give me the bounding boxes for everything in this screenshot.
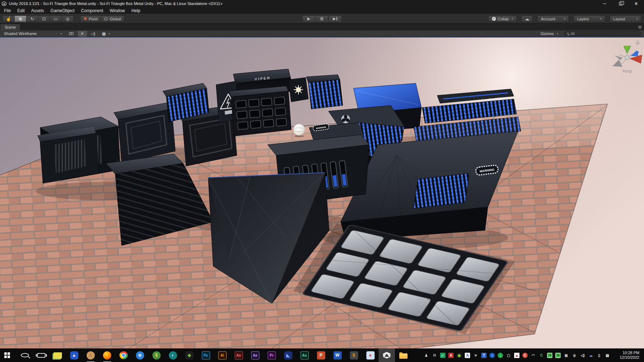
rotate-tool-button[interactable]: ↻ (26, 15, 38, 22)
gpu-temp-tray-icon[interactable]: 36 (554, 348, 562, 362)
taskbar-search-icon[interactable] (16, 348, 33, 362)
photoshop-icon[interactable]: Ps (197, 348, 214, 362)
action-center-tray-icon[interactable]: ▤ (603, 348, 611, 362)
unity-taskbar-icon[interactable] (379, 348, 395, 362)
global-toggle-button[interactable]: Global (101, 15, 125, 22)
menu-help[interactable]: Help (128, 8, 143, 13)
layout-dropdown[interactable]: Layout▾ (610, 15, 641, 22)
menu-gameobject[interactable]: GameObject (47, 8, 78, 13)
gizmo-center-cube (625, 55, 630, 60)
sticky-notes-icon[interactable] (49, 348, 66, 362)
usb-tray-icon[interactable]: ψ (570, 348, 579, 362)
file-explorer-icon[interactable] (395, 348, 411, 362)
illustrator-icon[interactable]: Ai (214, 348, 230, 362)
move-tool-button[interactable]: ⊕ (15, 15, 26, 22)
camera-mode-label[interactable]: Persp (623, 69, 632, 73)
hotspot-tray-icon[interactable]: H (430, 348, 439, 362)
search-icon (567, 33, 569, 35)
lighting-toggle-button[interactable]: ☀ (78, 31, 87, 37)
transform-tools: ☝⊕↻⊡▭◎ (3, 15, 74, 22)
cpu-temp-tray-icon[interactable]: 36 (546, 348, 554, 362)
start-button[interactable] (0, 348, 16, 362)
clock-date: 12/10/2022 (611, 355, 639, 360)
desktop-globe-icon[interactable]: ◐ (165, 348, 181, 362)
menu-component[interactable]: Component (78, 8, 106, 13)
2d-toggle-button[interactable]: 2D (66, 31, 77, 37)
windows-taskbar: ▲ ∴ ⊕ $ (0, 348, 644, 362)
after-effects-icon[interactable]: Ae (247, 348, 263, 362)
sublime-text-icon[interactable]: S (346, 348, 362, 362)
adobe-cc-tray-icon[interactable]: A (447, 348, 455, 362)
input-app-tray-icon[interactable]: A (463, 348, 472, 362)
collab-check-icon: ✓ (492, 17, 496, 21)
antivirus-tray-icon[interactable]: ✓ (439, 348, 447, 362)
scene-search-input[interactable]: All (564, 31, 641, 36)
ccleaner-tray-icon[interactable]: C (521, 348, 529, 362)
pivot-toggle-button[interactable]: Pivot (80, 15, 101, 22)
animate-icon[interactable]: An (230, 348, 247, 362)
hub-tray-icon[interactable]: ∷ (488, 348, 496, 362)
close-button[interactable]: × (628, 0, 644, 7)
blue-design-app-icon[interactable]: ◣ (280, 348, 296, 362)
play-controls: ▶ ▶ (302, 15, 342, 23)
restore-button[interactable] (613, 0, 628, 7)
onedrive-tray-icon[interactable]: ☁ (587, 348, 595, 362)
rect-tool-button[interactable]: ▭ (50, 15, 62, 22)
acrobat-tray-icon[interactable]: ▲ (513, 348, 521, 362)
taskbar-clock[interactable]: 10:28 PM 12/10/2022 (611, 351, 642, 360)
menu-file[interactable]: File (1, 8, 14, 13)
gizmos-dropdown[interactable]: Gizmos▾ (538, 31, 561, 37)
premiere-icon[interactable]: Pr (263, 348, 280, 362)
main-toolbar: ☝⊕↻⊡▭◎ Pivot Global ▶ ▶ ✓ Collab▾ ☁ (0, 14, 644, 24)
minimize-button[interactable] (597, 0, 613, 7)
window-tray-icon[interactable]: ▢ (504, 348, 513, 362)
cloud-button[interactable]: ☁ (521, 15, 533, 22)
panel-tab-bar: Scene (0, 24, 644, 30)
hand-tool-button[interactable]: ☝ (3, 15, 15, 22)
audio-toggle-button[interactable]: ◁) (88, 31, 98, 37)
panel-menu-icon[interactable] (638, 26, 641, 29)
3ds-max-icon[interactable]: ◆ (181, 348, 197, 362)
tab-scene[interactable]: Scene (0, 24, 20, 30)
system-tray: ♟ H ✓ A ◉ (422, 348, 644, 362)
transform-tool-button[interactable]: ◎ (62, 15, 74, 22)
scene-viewport[interactable]: VIPER (0, 37, 644, 348)
audition-icon[interactable]: Au (296, 348, 313, 362)
scale-tool-button[interactable]: ⊡ (38, 15, 50, 22)
chrome-icon[interactable] (115, 348, 132, 362)
account-dropdown[interactable]: Account▾ (537, 15, 569, 22)
menu-window[interactable]: Window (106, 8, 128, 13)
collab-dropdown[interactable]: ✓ Collab▾ (488, 15, 517, 22)
effects-icon: ▩ (102, 31, 106, 36)
word-icon[interactable]: W (329, 348, 346, 362)
downloader-tray-icon[interactable]: ↓ (496, 348, 504, 362)
screen-recorder-icon[interactable]: ● (362, 348, 379, 362)
layers-dropdown[interactable]: Layers▾ (574, 15, 605, 22)
effects-dropdown[interactable]: ▩ ▾ (99, 31, 113, 37)
paint-app-icon[interactable]: ∴ (82, 348, 99, 362)
step-button[interactable]: ▶ (329, 15, 342, 23)
wifi-tray-icon[interactable]: ◠ (529, 348, 537, 362)
play-button[interactable]: ▶ (302, 15, 316, 23)
globe-search-icon[interactable]: ⊕ (132, 348, 148, 362)
battery-tray-icon[interactable]: ▯ (595, 348, 603, 362)
menu-edit[interactable]: Edit (14, 8, 28, 13)
dictionary-tray-icon[interactable]: T (480, 348, 488, 362)
coin-app-icon[interactable]: $ (148, 348, 165, 362)
title-bar: Unity 2018.3.11f1 - Sci-Fi Triangle Box … (0, 0, 644, 7)
robot-tray-icon[interactable]: ♟ (422, 348, 430, 362)
idm-tray-icon[interactable]: C (537, 348, 546, 362)
draw-mode-dropdown[interactable]: Shaded Wireframe▾ (1, 31, 65, 37)
powerpoint-icon[interactable]: P (313, 348, 329, 362)
scanner-app-icon[interactable]: ▲ (66, 348, 82, 362)
volume-tray-icon[interactable]: ◁) (579, 348, 587, 362)
nvidia-tray-icon[interactable]: ◉ (455, 348, 463, 362)
hardware-monitor-tray-icon[interactable]: ▦ (562, 348, 570, 362)
box-blue-slats-2 (306, 75, 343, 109)
task-view-icon[interactable] (33, 348, 49, 362)
box-left-mid (37, 127, 99, 183)
firefox-icon[interactable] (99, 348, 115, 362)
gesture-tray-icon[interactable]: ✳ (472, 348, 480, 362)
menu-assets[interactable]: Assets (28, 8, 47, 13)
pause-button[interactable] (316, 15, 329, 23)
